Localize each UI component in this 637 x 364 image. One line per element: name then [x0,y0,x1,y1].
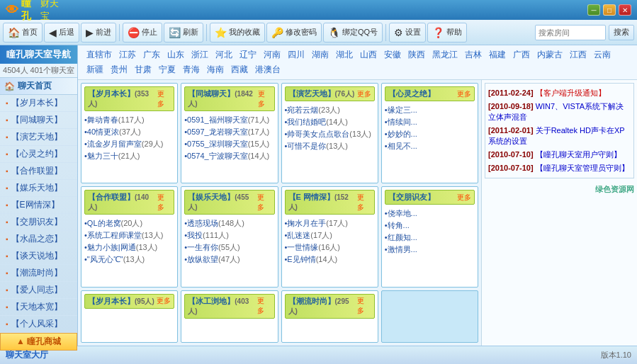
sidebar-item-tongcheng[interactable]: ▪ 【同城聊天】 [0,112,77,129]
sidebar-shop[interactable]: ▲ 瞳孔商城 [0,333,77,351]
notice-1[interactable]: [2011-02-24] 【客户端升级通知】 [488,86,631,100]
list-item[interactable]: •舞动青春(117人) [84,114,174,126]
list-item[interactable]: •掬水月在手(17人) [285,217,375,229]
room-more-4[interactable]: 更多 [457,89,471,99]
region-xinjiang[interactable]: 新疆 [84,63,106,76]
sidebar-item-enet[interactable]: ▪ 【E网情深】 [0,197,77,214]
room-more-2[interactable]: 更多 [258,89,271,109]
close-button[interactable]: ✕ [619,4,631,16]
list-item[interactable]: •我投(111人) [184,229,274,241]
region-fujian[interactable]: 福建 [486,48,509,62]
list-item[interactable]: •乱迷迷(17人) [285,229,375,241]
sidebar-item-geren[interactable]: ▪ 【个人风采】 [0,316,77,333]
room-more-5[interactable]: 更多 [157,193,171,212]
sidebar-item-tiandi[interactable]: ▪ 【天地本宽】 [0,299,77,316]
list-item[interactable]: •缘定三... [385,104,475,116]
sidebar-item-suiyue[interactable]: ▪ 【岁月本长】 [0,95,77,112]
region-zhejiang[interactable]: 浙江 [188,48,211,62]
region-shaanxi[interactable]: 陕西 [405,48,428,62]
list-item[interactable]: •一生有你(55人) [184,241,274,254]
region-hunan[interactable]: 湖南 [309,48,332,62]
region-neimenggu[interactable]: 内蒙古 [534,48,565,62]
bind-qq-button[interactable]: 🐧 绑定QQ号 [323,23,383,42]
list-item[interactable]: •妙妙的... [385,128,475,140]
room-more-b3[interactable]: 更多 [357,296,371,316]
notice-4[interactable]: [2010-07-10] 【瞳孔聊天室用户守则】 [488,148,631,161]
room-more-6[interactable]: 更多 [257,193,271,212]
list-item[interactable]: •40情更浓(37人) [84,126,174,138]
sidebar-item-hezuo[interactable]: ▪ 【合作联盟】 [0,163,77,180]
region-qinghai[interactable]: 青海 [180,63,203,76]
notice-2[interactable]: [2010-09-18] WIN7、VISTA系统下解决立体声混音 [488,100,631,124]
notice-3[interactable]: [2011-02-01] 关于Realtek HD声卡在XP系统的设置 [488,124,631,148]
list-item[interactable]: •0755_深圳聊天室(15人) [184,138,274,150]
list-item[interactable]: •放纵欲望(47人) [184,254,274,266]
region-jilin[interactable]: 吉林 [462,48,485,62]
help-button[interactable]: ❓ 帮助 [427,23,467,42]
region-anhui[interactable]: 安徽 [381,48,404,62]
region-hubei[interactable]: 湖北 [333,48,356,62]
sidebar-item-tangtian[interactable]: ▪ 【谈天说地】 [0,248,77,265]
region-henan[interactable]: 河南 [261,48,283,62]
sidebar-item-xinling[interactable]: ▪ 【心灵之约】 [0,146,77,163]
list-item[interactable]: •0574_宁波聊天室(14人) [184,150,274,162]
list-item[interactable]: •红颜知... [385,232,475,244]
region-jiangxi[interactable]: 江西 [567,48,590,62]
home-button[interactable]: 🏠 首页 [3,23,43,42]
refresh-button[interactable]: 🔄 刷新 [164,23,203,42]
region-xizang[interactable]: 西藏 [228,63,251,76]
region-guangxi[interactable]: 广西 [510,48,533,62]
stop-button[interactable]: ⛔ 停止 [123,23,162,42]
region-gansu[interactable]: 甘肃 [132,63,154,76]
room-more-8[interactable]: 更多 [457,193,471,203]
region-zhixiashi[interactable]: 直辖市 [84,48,115,62]
list-item[interactable]: •系统工程师课堂(13人) [84,229,174,241]
sidebar-item-jiaopeng[interactable]: ▪ 【交朋识友】 [0,214,77,231]
room-more-b2[interactable]: 更多 [257,296,271,316]
sidebar-item-chaoliu[interactable]: ▪ 【潮流时尚】 [0,265,77,282]
minimize-button[interactable]: ─ [587,4,600,16]
list-item[interactable]: •相见不... [385,140,475,152]
room-more-7[interactable]: 更多 [357,193,371,212]
notice-5[interactable]: [2010-07-10] 【瞳孔聊天室管理员守则】 [488,161,631,175]
region-guizhou[interactable]: 贵州 [108,63,130,76]
region-gangaotai[interactable]: 港澳台 [252,63,283,76]
search-input[interactable] [535,25,606,40]
list-item[interactable]: •宛若云烟(23人) [285,104,375,116]
list-item[interactable]: •0597_龙岩聊天室(17人) [184,126,274,138]
region-shanxi[interactable]: 山西 [357,48,380,62]
room-more-b1[interactable]: 更多 [157,296,171,306]
maximize-button[interactable]: □ [603,4,616,16]
list-item[interactable]: •一世情缘(16人) [285,241,375,254]
list-item[interactable]: •流金岁月留声室(29人) [84,138,174,150]
list-item[interactable]: •侥幸地... [385,207,475,220]
list-item[interactable]: •转角... [385,220,475,232]
region-shandong[interactable]: 山东 [164,48,187,62]
list-item[interactable]: •激情男... [385,244,475,256]
list-item[interactable]: •情续间... [385,116,475,128]
list-item[interactable]: •帅哥美女点点歌台(13人) [285,128,375,140]
list-item[interactable]: •0591_福州聊天室(71人) [184,114,274,126]
list-item[interactable]: •透惑现场(148人) [184,217,274,229]
change-pwd-button[interactable]: 🔑 修改密码 [266,23,322,42]
list-item[interactable]: •魅力小族|网通(13人) [84,241,174,254]
favorites-button[interactable]: ⭐ 我的收藏 [210,23,265,42]
region-hainan[interactable]: 海南 [204,63,227,76]
region-heilongjiang[interactable]: 黑龙江 [429,48,461,62]
sidebar-item-shuijing[interactable]: ▪ 【水晶之恋】 [0,231,77,248]
region-jiangsu[interactable]: 江苏 [116,48,139,62]
list-item[interactable]: •QL的老窝(20人) [84,217,174,229]
sidebar-item-airen[interactable]: ▪ 【爱人同志】 [0,282,77,299]
list-item[interactable]: •我们结婚吧(14人) [285,116,375,128]
region-guangdong[interactable]: 广东 [140,48,163,62]
sidebar-item-meile[interactable]: ▪ 【媒乐天地】 [0,180,77,197]
room-more-1[interactable]: 更多 [157,89,171,109]
region-yunnan[interactable]: 云南 [591,48,614,62]
list-item[interactable]: •"风无心℃"(13人) [84,254,174,266]
sidebar-item-yanyi[interactable]: ▪ 【演艺天地】 [0,129,77,146]
list-item[interactable]: •可惜不是你(13人) [285,140,375,152]
list-item[interactable]: •E见钟情(14人) [285,254,375,266]
forward-button[interactable]: ▶ 前进 [81,23,116,42]
region-ningxia[interactable]: 宁夏 [156,63,179,76]
region-sichuan[interactable]: 四川 [285,48,308,62]
